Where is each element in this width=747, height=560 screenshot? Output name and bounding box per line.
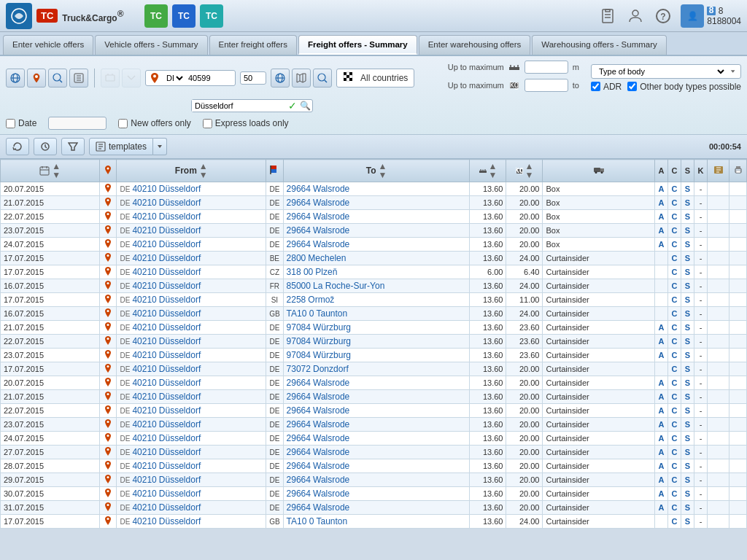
to-city-link[interactable]: La Roche-Sur-Yon xyxy=(313,281,384,291)
to-city-link[interactable]: Walsrode xyxy=(313,419,349,429)
city-search-btn[interactable]: 🔍 xyxy=(298,101,312,111)
refresh-btn[interactable] xyxy=(6,138,29,155)
to-zip-link[interactable]: 85000 xyxy=(287,281,311,291)
to-zip-link[interactable]: TA10 0 xyxy=(287,308,314,319)
from-city-link[interactable]: Düsseldorf xyxy=(159,225,201,236)
th-to[interactable]: To ▲▼ xyxy=(283,160,470,182)
express-loads-checkbox-label[interactable]: Express loads only xyxy=(203,118,289,128)
from-zip-link[interactable]: 40210 xyxy=(132,267,156,277)
to-city-link[interactable]: Walsrode xyxy=(313,475,349,485)
tab-freight-summary[interactable]: Freight offers - Summary xyxy=(298,35,417,55)
date-input[interactable]: 16.07.2015 xyxy=(48,117,107,130)
to-city-link[interactable]: Walsrode xyxy=(313,489,349,499)
from-city-link[interactable]: Düsseldorf xyxy=(159,281,201,291)
table-row[interactable]: 24.07.2015 DE 40210 Düsseldorf DE 29664 … xyxy=(1,432,747,446)
to-zip-link[interactable]: 29664 xyxy=(287,225,311,236)
to-zip-link[interactable]: 318 00 xyxy=(287,267,314,277)
to-city-link[interactable]: Walsrode xyxy=(313,239,349,249)
from-city-link[interactable]: Düsseldorf xyxy=(159,392,201,402)
table-row[interactable]: 31.07.2015 DE 40210 Düsseldorf DE 29664 … xyxy=(1,501,747,515)
from-city-link[interactable]: Düsseldorf xyxy=(159,433,201,443)
table-row[interactable]: 21.07.2015 DE 40210 Düsseldorf DE 29664 … xyxy=(1,196,747,210)
to-city-link[interactable]: Walsrode xyxy=(313,502,349,513)
to-zip-link[interactable]: TA10 0 xyxy=(287,516,314,526)
from-zip-link[interactable]: 40210 xyxy=(132,308,156,319)
table-row[interactable]: 23.07.2015 DE 40210 Düsseldorf DE 29664 … xyxy=(1,224,747,238)
from-zip-link[interactable]: 40210 xyxy=(132,378,156,388)
from-zip-link[interactable]: 40210 xyxy=(132,253,156,263)
to-city-link[interactable]: Taunton xyxy=(316,308,347,319)
table-row[interactable]: 22.07.2015 DE 40210 Düsseldorf DE 29664 … xyxy=(1,404,747,418)
to-zip-link[interactable]: 29664 xyxy=(287,211,311,222)
to-zip-link[interactable]: 29664 xyxy=(287,378,311,388)
to-zip-link[interactable]: 2258 xyxy=(287,295,306,305)
table-row[interactable]: 17.07.2015 DE 40210 Düsseldorf CZ 318 00… xyxy=(1,265,747,279)
history-btn[interactable] xyxy=(34,138,57,155)
from-zip-link[interactable]: 40210 xyxy=(132,461,156,471)
from-zip-link[interactable]: 40210 xyxy=(132,225,156,236)
tab-vehicle-summary[interactable]: Vehicle offers - Summary xyxy=(95,35,207,55)
to-city-link[interactable]: Walsrode xyxy=(313,405,349,416)
to-city-link[interactable]: Walsrode xyxy=(313,198,349,208)
to-city-link[interactable]: Walsrode xyxy=(313,447,349,457)
to-zip-link[interactable]: 29664 xyxy=(287,433,311,443)
table-row[interactable]: 28.07.2015 DE 40210 Düsseldorf DE 29664 … xyxy=(1,459,747,473)
to-city-link[interactable]: Walsrode xyxy=(313,225,349,236)
from-city-link[interactable]: Düsseldorf xyxy=(159,378,201,388)
from-zip-link[interactable]: 40210 xyxy=(132,516,156,526)
from-zip-link[interactable]: 40210 xyxy=(132,184,156,194)
from-zip-link[interactable]: 40210 xyxy=(132,211,156,222)
city-input[interactable] xyxy=(192,100,287,112)
all-countries-btn[interactable]: All countries xyxy=(336,69,414,88)
from-city-link[interactable]: Düsseldorf xyxy=(159,350,201,360)
to-city-link[interactable]: Ormož xyxy=(308,295,334,305)
from-city-link[interactable]: Düsseldorf xyxy=(159,253,201,263)
th-m[interactable]: ▲▼ xyxy=(470,160,506,182)
from-city-link[interactable]: Düsseldorf xyxy=(159,475,201,485)
icon-btn-green[interactable]: TC xyxy=(144,4,168,28)
max-m-input[interactable]: 0.00 xyxy=(525,61,568,74)
from-zip-link[interactable]: 40210 xyxy=(132,322,156,332)
to-zip-link[interactable]: 29664 xyxy=(287,419,311,429)
from-city-link[interactable]: Düsseldorf xyxy=(159,184,201,194)
templates-btn[interactable]: templates xyxy=(89,138,153,155)
table-row[interactable]: 23.07.2015 DE 40210 Düsseldorf DE 29664 … xyxy=(1,418,747,432)
list-btn[interactable] xyxy=(69,69,88,88)
to-city-link[interactable]: Würzburg xyxy=(313,336,351,346)
from-city-link[interactable]: Düsseldorf xyxy=(159,336,201,346)
table-row[interactable]: 29.07.2015 DE 40210 Düsseldorf DE 29664 … xyxy=(1,473,747,487)
to-zip-link[interactable]: 29664 xyxy=(287,447,311,457)
to-zip-link[interactable]: 29664 xyxy=(287,392,311,402)
table-row[interactable]: 24.07.2015 DE 40210 Düsseldorf DE 29664 … xyxy=(1,238,747,252)
globe-btn[interactable] xyxy=(6,69,25,88)
table-row[interactable]: 23.07.2015 DE 40210 Düsseldorf DE 97084 … xyxy=(1,349,747,362)
to-city-link[interactable]: Taunton xyxy=(316,516,347,526)
map-pin-btn[interactable] xyxy=(27,69,46,88)
from-city-link[interactable]: Düsseldorf xyxy=(159,516,201,526)
filter-btn[interactable] xyxy=(61,138,85,155)
from-city-link[interactable]: Düsseldorf xyxy=(159,405,201,416)
to-zip-link[interactable]: 97084 xyxy=(287,350,311,360)
from-zip-link[interactable]: 40210 xyxy=(132,405,156,416)
from-zip-link[interactable]: 40210 xyxy=(132,239,156,249)
to-zip-link[interactable]: 73072 xyxy=(287,364,311,374)
help-icon[interactable]: ? xyxy=(653,6,673,26)
date-checkbox[interactable] xyxy=(6,119,15,128)
from-zip-link[interactable]: 40210 xyxy=(132,392,156,402)
table-row[interactable]: 17.07.2015 DE 40210 Düsseldorf SI 2258 O… xyxy=(1,293,747,307)
table-row[interactable]: 16.07.2015 DE 40210 Düsseldorf GB TA10 0… xyxy=(1,307,747,321)
templates-arrow-btn[interactable] xyxy=(153,138,167,155)
from-zip-link[interactable]: 40210 xyxy=(132,295,156,305)
other-body-checkbox-label[interactable]: Other body types possible xyxy=(627,82,741,92)
user-icon[interactable]: 👤 xyxy=(681,4,704,28)
globe-btn2[interactable] xyxy=(271,69,290,88)
clipboard-icon[interactable] xyxy=(597,6,618,26)
from-city-link[interactable]: Düsseldorf xyxy=(159,461,201,471)
table-row[interactable]: 16.07.2015 DE 40210 Düsseldorf FR 85000 … xyxy=(1,279,747,293)
other-body-checkbox[interactable] xyxy=(627,82,637,91)
person-icon[interactable] xyxy=(625,6,646,26)
to-zip-link[interactable]: 2800 xyxy=(287,253,306,263)
icon-btn-blue[interactable]: TC xyxy=(172,4,196,28)
type-of-body-select[interactable]: Type of body xyxy=(596,66,727,77)
table-row[interactable]: 17.07.2015 DE 40210 Düsseldorf GB TA10 0… xyxy=(1,515,747,529)
